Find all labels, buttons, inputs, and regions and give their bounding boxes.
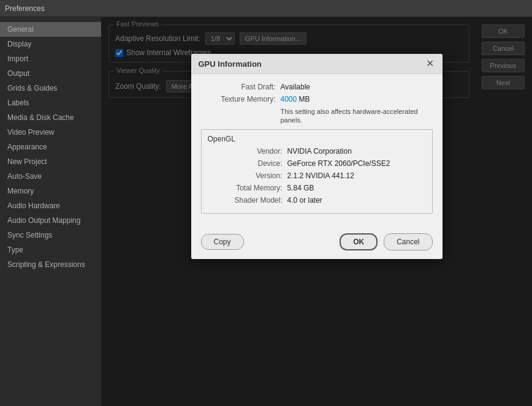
sidebar-item-grids-guides[interactable]: Grids & Guides bbox=[0, 81, 101, 96]
sidebar-item-sync-settings[interactable]: Sync Settings bbox=[0, 228, 101, 242]
texture-memory-row: Texture Memory: 4000 MB bbox=[201, 95, 433, 103]
main-layout: General Display Import Output Grids & Gu… bbox=[0, 17, 532, 406]
sidebar-item-memory[interactable]: Memory bbox=[0, 184, 101, 198]
texture-memory-value: 4000 MB bbox=[281, 95, 433, 103]
version-row: Version: 2.1.2 NVIDIA 441.12 bbox=[208, 171, 426, 180]
version-value: 2.1.2 NVIDIA 441.12 bbox=[287, 171, 426, 180]
modal-cancel-button[interactable]: Cancel bbox=[384, 233, 432, 250]
total-memory-row: Total Memory: 5.84 GB bbox=[208, 184, 426, 192]
modal-overlay: GPU Information ✕ Fast Draft: Available … bbox=[101, 17, 532, 406]
window-title: Preferences bbox=[5, 4, 45, 13]
shader-model-label: Shader Model: bbox=[208, 196, 287, 205]
sidebar-item-appearance[interactable]: Appearance bbox=[0, 140, 101, 154]
modal-header: GPU Information ✕ bbox=[191, 54, 443, 74]
modal-body: Fast Draft: Available Texture Memory: 40… bbox=[191, 74, 443, 227]
texture-memory-label: Texture Memory: bbox=[201, 95, 281, 103]
sidebar-item-video-preview[interactable]: Video Preview bbox=[0, 125, 101, 140]
sidebar-item-output[interactable]: Output bbox=[0, 66, 101, 81]
sidebar-item-general[interactable]: General bbox=[0, 22, 101, 37]
sidebar-item-display[interactable]: Display bbox=[0, 37, 101, 51]
sidebar-item-media-disk-cache[interactable]: Media & Disk Cache bbox=[0, 110, 101, 125]
sidebar-item-audio-output-mapping[interactable]: Audio Output Mapping bbox=[0, 213, 101, 228]
sidebar-item-type[interactable]: Type bbox=[0, 242, 101, 257]
sidebar-item-labels[interactable]: Labels bbox=[0, 96, 101, 110]
title-bar: Preferences bbox=[0, 0, 532, 17]
modal-footer: Copy OK Cancel bbox=[191, 227, 443, 259]
texture-note-container: This setting also affects hardware-accel… bbox=[201, 107, 433, 124]
total-memory-value: 5.84 GB bbox=[287, 184, 426, 192]
modal-title: GPU Information bbox=[199, 59, 262, 69]
vendor-value: NVIDIA Corporation bbox=[287, 147, 426, 156]
vendor-label: Vendor: bbox=[208, 147, 287, 156]
device-row: Device: GeForce RTX 2060/PCIe/SSE2 bbox=[208, 159, 426, 168]
modal-ok-button[interactable]: OK bbox=[340, 233, 378, 250]
fast-draft-label: Fast Draft: bbox=[201, 83, 281, 91]
vendor-row: Vendor: NVIDIA Corporation bbox=[208, 147, 426, 156]
texture-memory-number: 4000 bbox=[281, 95, 297, 103]
version-label: Version: bbox=[208, 171, 287, 180]
copy-button[interactable]: Copy bbox=[201, 234, 244, 250]
total-memory-label: Total Memory: bbox=[208, 184, 287, 192]
sidebar: General Display Import Output Grids & Gu… bbox=[0, 17, 101, 406]
gpu-info-dialog: GPU Information ✕ Fast Draft: Available … bbox=[191, 54, 443, 259]
device-label: Device: bbox=[208, 159, 287, 168]
shader-model-row: Shader Model: 4.0 or later bbox=[208, 196, 426, 205]
device-value: GeForce RTX 2060/PCIe/SSE2 bbox=[287, 159, 426, 168]
opengl-label: OpenGL bbox=[208, 135, 426, 143]
sidebar-item-new-project[interactable]: New Project bbox=[0, 154, 101, 169]
footer-right-buttons: OK Cancel bbox=[340, 233, 432, 250]
sidebar-item-auto-save[interactable]: Auto-Save bbox=[0, 169, 101, 184]
texture-memory-unit: MB bbox=[299, 95, 310, 103]
texture-note: This setting also affects hardware-accel… bbox=[281, 108, 418, 124]
fast-draft-row: Fast Draft: Available bbox=[201, 83, 433, 91]
content-area: OK Cancel Previous Next Fast Previews Ad… bbox=[101, 17, 532, 406]
shader-model-value: 4.0 or later bbox=[287, 196, 426, 205]
sidebar-item-audio-hardware[interactable]: Audio Hardware bbox=[0, 198, 101, 213]
fast-draft-value: Available bbox=[281, 83, 433, 91]
modal-close-button[interactable]: ✕ bbox=[425, 59, 435, 69]
sidebar-item-import[interactable]: Import bbox=[0, 51, 101, 66]
opengl-box: OpenGL Vendor: NVIDIA Corporation Device… bbox=[201, 129, 433, 214]
sidebar-item-scripting-expressions[interactable]: Scripting & Expressions bbox=[0, 257, 101, 272]
